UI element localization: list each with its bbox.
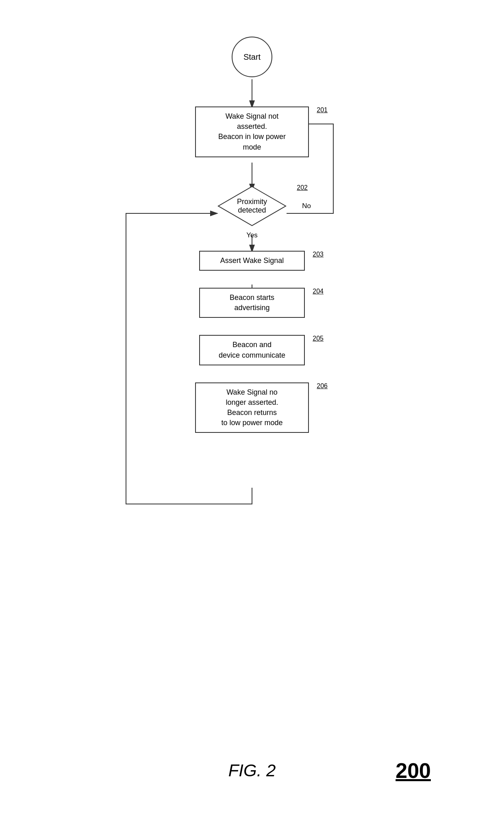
- box-203-content: Assert Wake Signal 203: [199, 251, 305, 271]
- node-206: Wake Signal nolonger asserted.Beacon ret…: [195, 382, 309, 433]
- fig-number: 200: [395, 758, 431, 783]
- node-202: Proximitydetected 202 No Yes: [217, 186, 287, 226]
- box-203-text: Assert Wake Signal: [220, 256, 284, 265]
- ref-205: 205: [313, 334, 324, 343]
- diamond-202-text: Proximitydetected: [217, 186, 287, 226]
- label-no: No: [302, 202, 311, 210]
- ref-206: 206: [317, 382, 328, 391]
- node-205: Beacon anddevice communicate 205: [199, 335, 305, 365]
- fig-label: FIG. 2: [228, 761, 276, 780]
- ref-201: 201: [317, 106, 328, 115]
- box-206-content: Wake Signal nolonger asserted.Beacon ret…: [195, 382, 309, 433]
- label-yes: Yes: [246, 231, 258, 239]
- box-201-text: Wake Signal notasserted.Beacon in low po…: [218, 112, 286, 151]
- box-206-text: Wake Signal nolonger asserted.Beacon ret…: [221, 388, 282, 427]
- box-205-text: Beacon anddevice communicate: [219, 341, 285, 359]
- node-204: Beacon startsadvertising 204: [199, 288, 305, 318]
- box-204-text: Beacon startsadvertising: [230, 293, 274, 312]
- ref-203: 203: [313, 250, 324, 259]
- ref-202: 202: [297, 184, 308, 191]
- box-201-content: Wake Signal notasserted.Beacon in low po…: [195, 106, 309, 157]
- box-204-content: Beacon startsadvertising 204: [199, 288, 305, 318]
- figure-caption: FIG. 2 200: [0, 761, 504, 780]
- flowchart: Start Wake Signal notasserted.Beacon in …: [0, 16, 504, 821]
- node-201: Wake Signal notasserted.Beacon in low po…: [195, 106, 309, 157]
- node-203: Assert Wake Signal 203: [199, 251, 305, 271]
- ref-204: 204: [313, 287, 324, 296]
- start-label: Start: [243, 52, 261, 62]
- box-205-content: Beacon anddevice communicate 205: [199, 335, 305, 365]
- start-node: Start: [232, 37, 272, 77]
